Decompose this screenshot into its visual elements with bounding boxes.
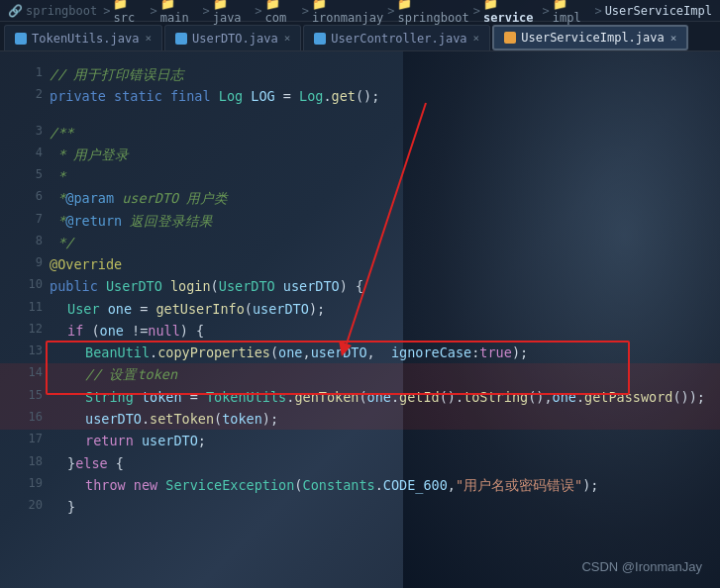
code-line-log: 2 private static final Log LOG = Log . g… [0, 85, 720, 107]
code-line-jsdoc6: 8 */ [0, 232, 720, 253]
tab-userserviceimpl[interactable]: UserServiceImpl.java × [492, 25, 688, 50]
code-line-if: 12 if ( one != null ) { [0, 320, 720, 342]
tab-tokenutils[interactable]: TokenUtils.java × [4, 25, 162, 50]
code-line-jsdoc2: 4 * 用户登录 [0, 144, 720, 165]
spacer1 [0, 108, 720, 122]
bc-com: 📁 com [265, 0, 299, 25]
code-line-close: 20 } [0, 496, 720, 518]
tab-close-userdto[interactable]: × [284, 32, 291, 45]
breadcrumb: 🔗 springboot > 📁 src > 📁 main > 📁 java >… [0, 0, 720, 22]
code-line-comment-log: 1 // 用于打印错误日志 [0, 63, 720, 85]
bc-src: 📁 src [113, 0, 147, 25]
watermark: CSDN @IronmanJay [581, 559, 702, 574]
code-line-jsdoc1: 3 /** [0, 122, 720, 144]
code-line-override: 9 @Override [0, 253, 720, 275]
bc-main: 📁 main [160, 0, 200, 25]
bc-springboot2: 📁 springboot [397, 0, 469, 25]
code-line-jsdoc4: 6 * @param userDTO 用户类 [0, 187, 720, 209]
code-line-method: 10 public UserDTO login ( UserDTO userDT… [0, 275, 720, 297]
bc-ironmanjay: 📁 ironmanjay [312, 0, 384, 25]
code-line-jsdoc5: 7 * @return 返回登录结果 [0, 210, 720, 232]
bc-service: 📁 service [483, 0, 540, 25]
code-line-getuser: 11 User one = getUserInfo ( userDTO ); [0, 298, 720, 320]
tab-label-tokenutils: TokenUtils.java [32, 32, 139, 46]
code-line-settoken: 16 userDTO . setToken ( token ); [0, 408, 720, 430]
code-editor: 1 // 用于打印错误日志 2 private static final Log… [0, 51, 720, 530]
tab-label-usercontroller: UserController.java [331, 32, 466, 46]
tab-label-userdto: UserDTO.java [192, 32, 278, 46]
code-line-beanutil: 13 BeanUtil . copyProperties ( one , use… [0, 342, 720, 363]
code-line-return: 17 return userDTO ; [0, 430, 720, 451]
code-line-comment-token: 14 // 设置token [0, 363, 720, 385]
bc-userserviceimpl: UserServiceImpl [605, 4, 712, 18]
tab-usercontroller[interactable]: UserController.java × [303, 25, 490, 50]
code-line-else: 18 } else { [0, 452, 720, 474]
tab-close-tokenutils[interactable]: × [145, 32, 152, 45]
tab-close-userserviceimpl[interactable]: × [670, 32, 677, 45]
bc-java: 📁 java [213, 0, 253, 25]
code-line-throw: 19 throw new ServiceException ( Constant… [0, 474, 720, 496]
code-line-jsdoc3: 5 * [0, 165, 720, 187]
main-container: 🔗 springboot > 📁 src > 📁 main > 📁 java >… [0, 0, 720, 588]
tab-icon-userdto [175, 33, 187, 45]
bc-springboot: 🔗 [8, 4, 23, 18]
code-line-token: 15 String token = TokenUtils . genToken … [0, 386, 720, 408]
tab-bar: TokenUtils.java × UserDTO.java × UserCon… [0, 22, 720, 51]
tab-label-userserviceimpl: UserServiceImpl.java [521, 31, 665, 45]
tab-icon-userserviceimpl [504, 32, 516, 44]
tab-icon-usercontroller [314, 33, 326, 45]
tab-userdto[interactable]: UserDTO.java × [164, 25, 301, 50]
bc-impl: 📁 impl [553, 0, 592, 25]
tab-icon-tokenutils [15, 33, 27, 45]
tab-close-usercontroller[interactable]: × [473, 32, 480, 45]
